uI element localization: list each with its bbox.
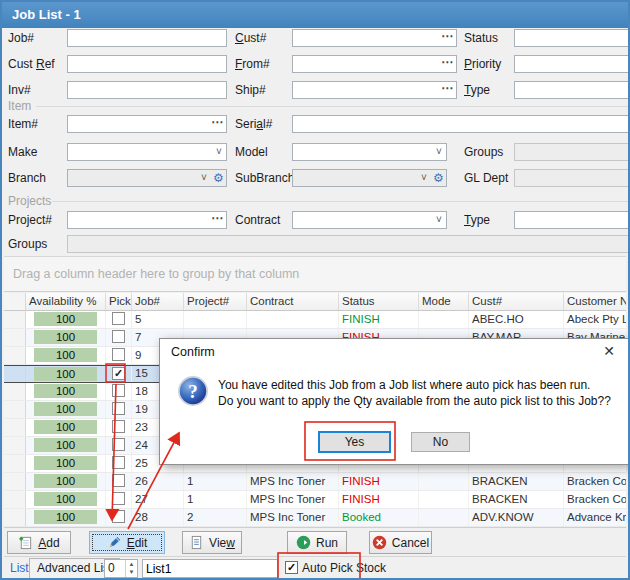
list-number-spinner[interactable]: 0 ▲▼ — [104, 559, 138, 578]
window-title: Job List - 1 — [2, 2, 628, 28]
type-input-wrap — [514, 81, 629, 99]
chevron-down-icon[interactable]: ˅ — [432, 212, 446, 228]
row-indicator — [4, 383, 26, 400]
ellipsis-icon[interactable]: ⋯ — [441, 56, 453, 72]
table-row[interactable]: 100282MPS Inc TonerBookedADV.KNOWAdvance… — [4, 509, 626, 527]
pick-checkbox[interactable] — [112, 474, 125, 487]
from-input[interactable] — [292, 55, 457, 73]
pick-checkbox[interactable] — [112, 384, 125, 397]
availability-cell: 100 — [26, 366, 106, 382]
ellipsis-icon[interactable]: ⋯ — [441, 82, 453, 98]
inv-input[interactable] — [67, 81, 227, 99]
status-cell: FINISH — [339, 311, 419, 328]
ellipsis-icon[interactable]: ⋯ — [211, 212, 223, 228]
grid-header-cell[interactable]: Cust# — [469, 293, 564, 310]
pick-checkbox[interactable]: ✓ — [112, 367, 125, 380]
subbranch-dropdown[interactable]: ˅⚙ — [292, 169, 447, 187]
cancel-button[interactable]: Cancel — [369, 531, 432, 554]
grid-header-cell[interactable]: Project# — [184, 293, 247, 310]
chevron-down-icon[interactable]: ˅ — [432, 144, 446, 160]
ellipsis-icon[interactable]: ⋯ — [441, 30, 453, 46]
pick-cell — [106, 455, 132, 472]
pick-cell — [106, 437, 132, 454]
no-button[interactable]: No — [411, 432, 470, 452]
type-input[interactable] — [514, 81, 629, 99]
project-input[interactable] — [67, 211, 227, 229]
chevron-down-icon[interactable]: ˅ — [212, 144, 226, 160]
pick-cell — [106, 509, 132, 526]
grid-header-cell[interactable]: Job# — [132, 293, 184, 310]
dialog-message-line1: You have edited this Job from a Job list… — [218, 378, 611, 394]
availability-bar: 100 — [34, 492, 97, 506]
gear-icon[interactable]: ⚙ — [431, 170, 446, 186]
job-input[interactable] — [67, 29, 227, 47]
group-by-panel[interactable]: Drag a column header here to group by th… — [4, 256, 626, 292]
cust-ref-input[interactable] — [67, 55, 227, 73]
item-input-wrap: ⋯ — [67, 115, 227, 133]
cust-input-wrap: ⋯ — [292, 29, 457, 47]
item-group-label: Item — [8, 99, 31, 113]
view-button-label: View — [209, 536, 235, 550]
model-dropdown[interactable]: ˅ — [292, 143, 447, 161]
availability-cell: 100 — [26, 455, 106, 472]
grid-header-cell[interactable]: Mode — [419, 293, 469, 310]
auto-pick-checkbox[interactable]: ✓ — [285, 561, 298, 574]
gear-icon[interactable]: ⚙ — [211, 170, 226, 186]
branch-dropdown[interactable]: ˅⚙ — [67, 169, 227, 187]
pick-checkbox[interactable] — [112, 510, 125, 523]
add-button[interactable]: Add — [7, 531, 71, 554]
edit-button[interactable]: Edit — [89, 531, 165, 554]
grid-header-cell[interactable]: Customer Na — [564, 293, 626, 310]
pick-checkbox[interactable] — [112, 402, 125, 415]
make-dropdown[interactable]: ˅ — [67, 143, 227, 161]
edit-pencil-icon — [107, 535, 122, 550]
view-button[interactable]: View — [182, 531, 242, 554]
project-groups-label: Groups — [8, 235, 47, 253]
run-button[interactable]: Run — [287, 531, 347, 554]
pick-checkbox[interactable] — [112, 348, 125, 361]
cust-ref-input-wrap — [67, 55, 227, 73]
serial-input-wrap — [292, 115, 629, 133]
grid-header-cell[interactable]: Availability % — [26, 293, 106, 310]
job-list-window: Job List - 1 Job# Cust# ⋯ Status Cust Re… — [0, 0, 630, 580]
status-input[interactable] — [514, 29, 629, 47]
pick-cell — [106, 383, 132, 400]
add-button-label: Add — [38, 536, 59, 550]
close-icon[interactable]: ✕ — [603, 343, 615, 359]
contract-dropdown[interactable]: ˅ — [292, 211, 447, 229]
pick-checkbox[interactable] — [112, 420, 125, 433]
chevron-down-icon[interactable]: ˅ — [197, 170, 211, 186]
grid-header-cell[interactable]: Status — [339, 293, 419, 310]
cust-cell: BRACKEN — [469, 473, 564, 490]
grid-header-cell[interactable]: Pick — [106, 293, 132, 310]
run-button-label: Run — [316, 536, 338, 550]
cust-input[interactable] — [292, 29, 457, 47]
pick-checkbox[interactable] — [112, 438, 125, 451]
pick-checkbox[interactable] — [112, 492, 125, 505]
table-row[interactable]: 100271MPS Inc TonerFINISHBRACKENBracken … — [4, 491, 626, 509]
item-input[interactable] — [67, 115, 227, 133]
availability-bar: 100 — [34, 510, 97, 524]
list-name-input[interactable] — [142, 559, 278, 578]
project-type-input[interactable] — [514, 211, 629, 229]
pick-checkbox[interactable] — [112, 330, 125, 343]
job-cell: 5 — [132, 311, 184, 328]
availability-bar: 100 — [34, 348, 97, 362]
grid-header-cell[interactable]: Contract — [247, 293, 339, 310]
row-indicator — [4, 491, 26, 508]
cust-ref-label: Cust Ref — [8, 55, 55, 73]
priority-input[interactable] — [514, 55, 629, 73]
yes-button[interactable]: Yes — [318, 431, 391, 453]
row-indicator — [4, 419, 26, 436]
grid-header-cell[interactable] — [4, 293, 26, 310]
ship-input[interactable] — [292, 81, 457, 99]
ellipsis-icon[interactable]: ⋯ — [211, 116, 223, 132]
serial-input[interactable] — [292, 115, 629, 133]
chevron-down-icon[interactable]: ˅ — [417, 170, 431, 186]
pick-checkbox[interactable] — [112, 456, 125, 469]
pick-checkbox[interactable] — [112, 312, 125, 325]
spinner-arrows-icon[interactable]: ▲▼ — [125, 560, 137, 577]
table-row[interactable]: 1005FINISHABEC.HOAbeck Pty Lt — [4, 311, 626, 329]
priority-label: Priority — [464, 55, 501, 73]
table-row[interactable]: 100261MPS Inc TonerFINISHBRACKENBracken … — [4, 473, 626, 491]
